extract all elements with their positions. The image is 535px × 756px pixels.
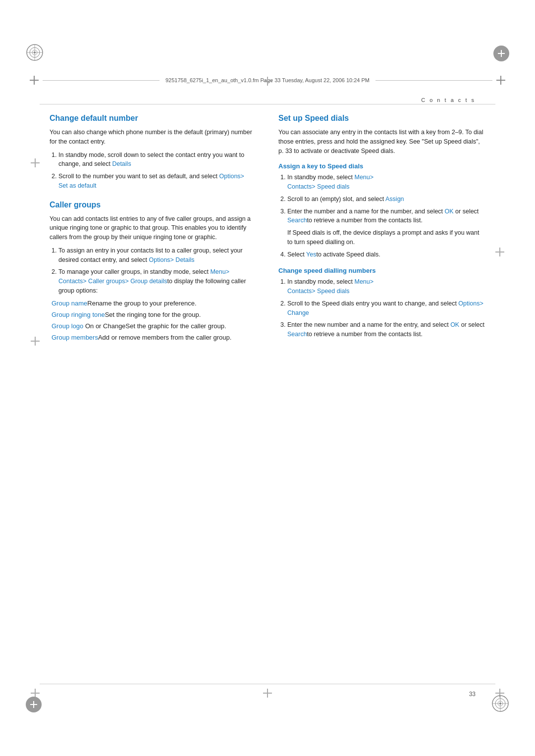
assign-step-4: Select Yesto activate Speed dials.	[287, 250, 485, 259]
as3-text2: or select	[454, 208, 479, 215]
top-center-reg-mark	[263, 77, 272, 86]
as3-link1: OK	[445, 208, 454, 215]
caller-groups-section: Caller groups You can add contacts list …	[50, 201, 257, 341]
step2-text: Scroll to the number you want to set as …	[58, 173, 219, 180]
assign-key-steps: In standby mode, select Menu>Contacts> S…	[278, 173, 485, 259]
group-item-name: Group nameRename the group to your prefe…	[52, 300, 257, 307]
bottom-center-reg-mark	[263, 689, 272, 698]
assign-key-heading: Assign a key to Speed dials	[278, 162, 485, 170]
right-column: Set up Speed dials You can associate any…	[278, 114, 485, 345]
caller-groups-step-1: To assign an entry in your contacts list…	[58, 246, 257, 265]
change-default-heading: Change default number	[50, 114, 257, 123]
top-rule	[40, 104, 495, 104]
as4-link: Yes	[306, 251, 316, 258]
group-ringing-desc: Set the ringing tone for the group.	[105, 311, 201, 318]
group-ringing-label: Group ringing tone	[52, 311, 105, 318]
cs1-text: In standby mode, select	[287, 278, 355, 285]
change-default-intro: You can also change which phone number i…	[50, 128, 257, 147]
group-item-logo: Group logo On or ChangeSet the graphic f…	[52, 322, 257, 330]
as1-text: In standby mode, select	[287, 174, 355, 181]
as3-text3: to retrieve a number from the contacts l…	[307, 217, 423, 224]
speed-dials-section: Set up Speed dials You can associate any…	[278, 114, 485, 339]
cs-step-1: In standby mode, select Menu>Contacts> S…	[287, 277, 485, 296]
cs3-text: Enter the new number and a name for the …	[287, 321, 450, 328]
change-default-steps: In standby mode, scroll down to select t…	[50, 151, 257, 191]
page: 9251758_6275i_1_en_au_oth_v1.0.fm Page 3…	[0, 0, 535, 756]
cg-step1-link: Options> Details	[149, 256, 195, 263]
caller-groups-heading: Caller groups	[50, 201, 257, 209]
left-column: Change default number You can also chang…	[50, 114, 257, 345]
assign-key-section: Assign a key to Speed dials In standby m…	[278, 162, 485, 259]
change-speed-section: Change speed dialling numbers In standby…	[278, 267, 485, 339]
group-logo-label: Group logo	[52, 322, 83, 330]
change-default-section: Change default number You can also chang…	[50, 114, 257, 191]
reg-mark-left	[30, 76, 39, 85]
group-members-label: Group members	[52, 334, 98, 341]
cs3-text3: to retrieve a number from the contacts l…	[307, 331, 423, 338]
right-reg-mark-1	[495, 248, 504, 256]
spiral-decoration-bottom-right	[491, 695, 509, 712]
step1-link: Details	[112, 160, 131, 167]
as2-text: Scroll to an (empty) slot, and select	[287, 196, 385, 202]
assign-step-2: Scroll to an (empty) slot, and select As…	[287, 195, 485, 204]
as4-text: Select	[287, 251, 306, 258]
as2-link: Assign	[385, 196, 404, 202]
change-speed-steps: In standby mode, select Menu>Contacts> S…	[278, 277, 485, 339]
group-name-desc: Rename the group to your preference.	[87, 300, 196, 307]
section-label: C o n t a c t s	[421, 97, 476, 103]
group-logo-desc1: On or Change	[83, 322, 125, 330]
caller-groups-intro: You can add contacts list entries to any…	[50, 214, 257, 242]
header-rule-left	[43, 80, 160, 81]
group-item-members: Group membersAdd or remove members from …	[52, 334, 257, 341]
left-reg-mark-1	[31, 158, 40, 167]
group-logo-desc2: Set the graphic for the caller group.	[126, 322, 226, 330]
group-members-desc: Add or remove members from the caller gr…	[98, 334, 232, 341]
bottom-rule	[40, 684, 495, 684]
cs3-link2: Search	[287, 331, 307, 338]
cs-step-3: Enter the new number and a name for the …	[287, 320, 485, 339]
spiral-decoration-top-left	[26, 44, 44, 61]
as3-text: Enter the number and a name for the numb…	[287, 208, 445, 215]
assign-step-3-note: If Speed dials is off, the device displa…	[287, 228, 485, 247]
gray-circle-bottom-left	[26, 697, 42, 712]
as4-suffix: to activate Speed dials.	[316, 251, 380, 258]
change-speed-heading: Change speed dialling numbers	[278, 267, 485, 274]
left-reg-mark-2	[31, 337, 40, 346]
group-item-ringing: Group ringing toneSet the ringing tone f…	[52, 311, 257, 318]
change-default-step-2: Scroll to the number you want to set as …	[58, 172, 257, 191]
speed-dials-heading: Set up Speed dials	[278, 114, 485, 123]
caller-groups-step-2: To manage your caller groups, in standby…	[58, 267, 257, 295]
speed-dials-intro: You can associate any entry in the conta…	[278, 128, 485, 155]
content-columns: Change default number You can also chang…	[50, 114, 485, 345]
cs3-link1: OK	[450, 321, 459, 328]
step1-text: In standby mode, scroll down to select t…	[58, 151, 244, 168]
as3-link2: Search	[287, 217, 307, 224]
caller-groups-steps: To assign an entry in your contacts list…	[50, 246, 257, 296]
cs3-text2: or select	[459, 321, 484, 328]
assign-step-3: Enter the number and a name for the numb…	[287, 207, 485, 247]
reg-mark-right	[496, 76, 505, 85]
header-rule-right	[375, 80, 492, 81]
gray-circle-top-right	[493, 46, 509, 61]
group-items: Group nameRename the group to your prefe…	[50, 300, 257, 341]
group-name-label: Group name	[52, 300, 87, 307]
cs2-text: Scroll to the Speed dials entry you want…	[287, 300, 458, 307]
cg-step2-text: To manage your caller groups, in standby…	[58, 268, 210, 275]
change-default-step-1: In standby mode, scroll down to select t…	[58, 151, 257, 169]
page-number: 33	[469, 691, 476, 698]
assign-step-1: In standby mode, select Menu>Contacts> S…	[287, 173, 485, 192]
cs-step-2: Scroll to the Speed dials entry you want…	[287, 299, 485, 318]
